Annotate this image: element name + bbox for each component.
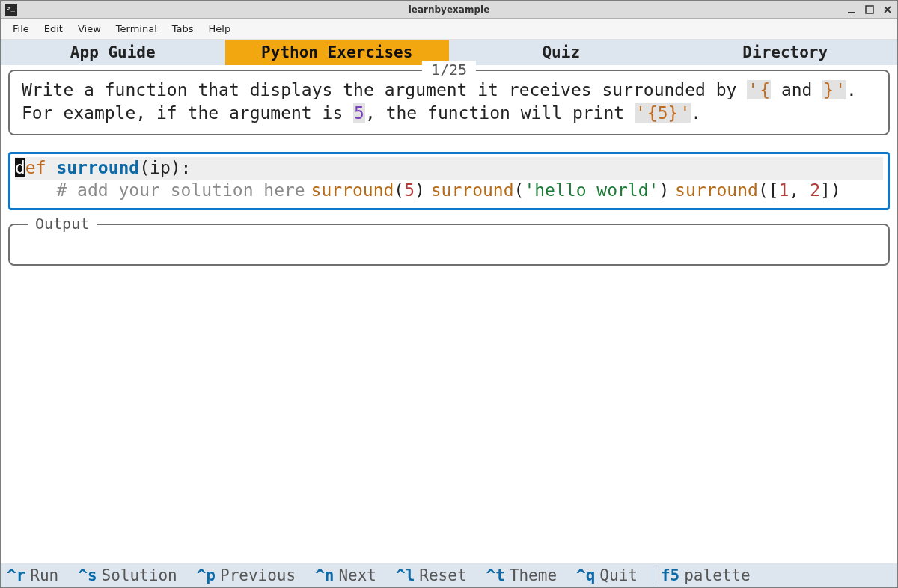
literal-open-brace: {: [759, 80, 771, 99]
menu-terminal[interactable]: Terminal: [110, 21, 163, 37]
code-line-2-comment[interactable]: # add your solution here: [15, 180, 305, 200]
text-cursor: d: [15, 158, 25, 177]
svg-rect-1: [866, 6, 873, 13]
code-line-call3[interactable]: surround([1, 2]): [675, 180, 841, 200]
question-post2: .: [691, 103, 701, 123]
question-post1: .: [846, 80, 857, 99]
terminal-app-icon: [5, 4, 17, 16]
output-panel: Output: [8, 224, 890, 266]
shortcut-run[interactable]: ^rRun: [7, 566, 58, 584]
question-text: Write a function that displays the argum…: [22, 79, 876, 125]
shortcut-previous[interactable]: ^pPrevious: [197, 566, 296, 584]
window-controls: [846, 4, 893, 15]
shortcut-next[interactable]: ^nNext: [315, 566, 376, 584]
literal-close-quote: ': [834, 80, 846, 99]
code-line-call2[interactable]: surround('hello world'): [431, 180, 670, 200]
app-body: App Guide Python Exercises Quiz Director…: [1, 40, 897, 587]
shortcut-reset[interactable]: ^lReset: [396, 566, 467, 584]
menu-view[interactable]: View: [72, 21, 107, 37]
question-panel: 1/25 Write a function that displays the …: [8, 70, 890, 135]
code-editor[interactable]: def surround(ip): # add your solution he…: [8, 152, 890, 210]
tab-directory[interactable]: Directory: [674, 40, 898, 65]
maximize-icon[interactable]: [864, 4, 875, 15]
question-line2-b: , the function will print: [365, 103, 635, 123]
shortcut-quit[interactable]: ^qQuit: [576, 566, 638, 584]
footer-shortcuts: ^rRun ^sSolution ^pPrevious ^nNext ^lRes…: [1, 563, 897, 587]
svg-rect-0: [848, 12, 855, 13]
literal-result-q1: ': [635, 103, 647, 123]
tab-app-guide[interactable]: App Guide: [1, 40, 225, 65]
minimize-icon[interactable]: [846, 4, 857, 15]
app-window: learnbyexample File Edit View Terminal T…: [0, 0, 898, 588]
tab-python-exercises[interactable]: Python Exercises: [225, 40, 450, 65]
literal-result-body: {5}: [647, 103, 679, 123]
output-label: Output: [28, 215, 97, 233]
menu-edit[interactable]: Edit: [38, 21, 69, 37]
literal-open-quote: ': [747, 80, 759, 99]
literal-arg-5: 5: [353, 103, 365, 123]
titlebar: learnbyexample: [1, 1, 897, 19]
fn-signature: (ip):: [139, 158, 191, 177]
tab-quiz[interactable]: Quiz: [449, 40, 674, 65]
window-title: learnbyexample: [1, 4, 897, 15]
literal-close-brace: }: [822, 80, 834, 99]
menubar: File Edit View Terminal Tabs Help: [1, 19, 897, 40]
question-line1-a: Write a function that displays the argum…: [22, 80, 747, 99]
code-line-1[interactable]: def surround(ip):: [15, 157, 883, 180]
question-counter: 1/25: [422, 61, 476, 79]
menu-tabs[interactable]: Tabs: [166, 21, 200, 37]
kw-def: ef: [25, 158, 46, 177]
menu-file[interactable]: File: [7, 21, 35, 37]
footer-separator: [653, 566, 653, 584]
close-icon[interactable]: [882, 4, 893, 15]
code-line-call1[interactable]: surround(5): [311, 180, 425, 200]
shortcut-solution[interactable]: ^sSolution: [78, 566, 177, 584]
shortcut-theme[interactable]: ^tTheme: [486, 566, 558, 584]
shortcut-palette[interactable]: f5palette: [661, 566, 751, 584]
menu-help[interactable]: Help: [203, 21, 237, 37]
literal-result-q2: ': [679, 103, 691, 123]
question-mid: and: [771, 80, 822, 99]
question-line2-a: For example, if the argument is: [22, 103, 353, 123]
fn-name: surround: [56, 158, 139, 177]
